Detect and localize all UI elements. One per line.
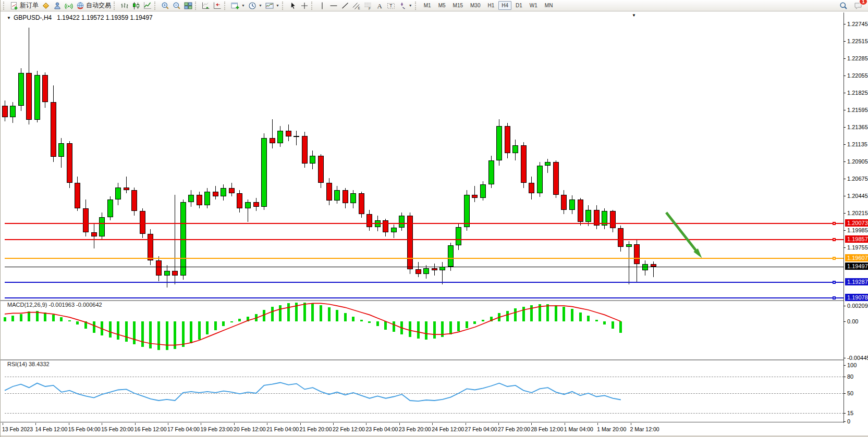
candle [26, 73, 32, 120]
time-axis-tick [498, 423, 499, 425]
timeframe-w1[interactable]: W1 [527, 1, 541, 10]
time-axis-label: 27 Feb 20:00 [498, 426, 530, 432]
horizontal-level-line[interactable] [5, 223, 843, 224]
timeframe-m15[interactable]: M15 [450, 1, 466, 10]
toolbar-button-news-feed[interactable] [63, 1, 75, 11]
toolbar-group-grip[interactable] [114, 2, 117, 10]
macd-histogram-bar [571, 309, 573, 321]
horizontal-level-line[interactable] [5, 239, 843, 240]
timeframe-d1[interactable]: D1 [512, 1, 525, 10]
toolbar-button-auto-scroll[interactable] [200, 1, 212, 11]
toolbar-button-tile-windows[interactable] [182, 1, 194, 11]
toolbar-button-search[interactable] [838, 1, 849, 11]
horizontal-level-line[interactable] [5, 297, 843, 298]
line-handle[interactable] [833, 257, 836, 260]
time-axis-label: 21 Feb 04:00 [266, 426, 299, 432]
price-axis-tick [843, 41, 846, 42]
price-axis-tick [843, 127, 846, 128]
macd-histogram-bar [11, 316, 14, 321]
toolbar-group-grip[interactable] [3, 2, 6, 10]
toolbar-group-grip[interactable] [195, 2, 198, 10]
toolbar-button-text-label-tool[interactable]: T [385, 1, 397, 11]
toolbar-group-grip[interactable] [282, 2, 285, 10]
line-handle[interactable] [833, 222, 836, 225]
timeframe-mn[interactable]: MN [542, 1, 556, 10]
chart-title: ▼GBPUSD-,H41.19422 1.19572 1.19359 1.194… [7, 14, 153, 21]
timeframe-m1[interactable]: M1 [421, 1, 434, 10]
line-handle[interactable] [833, 281, 836, 284]
globe-red-icon [76, 2, 84, 10]
toolbar-button-notifications[interactable]: 1 [852, 1, 864, 11]
toolbar-button-crosshair[interactable] [299, 1, 310, 11]
timeframe-m5[interactable]: M5 [435, 1, 449, 10]
toolbar-button-market[interactable] [40, 1, 52, 11]
toolbar-group-grip[interactable] [154, 2, 157, 10]
horizontal-level-line[interactable] [5, 258, 843, 259]
candle [545, 162, 551, 166]
toolbar-button-cursor[interactable] [287, 1, 299, 11]
price-axis-value: 1.21365 [847, 124, 868, 130]
toolbar-button-line-chart-mode[interactable] [142, 1, 153, 11]
time-axis-tick [35, 423, 36, 425]
candle [626, 244, 632, 247]
time-axis-label: 23 Feb 20:00 [399, 426, 431, 432]
gold-diamond-icon [42, 2, 50, 10]
time-axis-label: 22 Feb 12:00 [333, 426, 365, 432]
candle [359, 193, 364, 214]
chevron-down-icon: ▼ [241, 4, 245, 7]
price-axis-value: 1.22745 [847, 21, 868, 27]
toolbar-button-periods[interactable]: ▼ [247, 1, 264, 11]
toolbar-button-horizontal-line-tool[interactable] [328, 1, 339, 11]
tile-windows-icon [184, 2, 192, 10]
toolbar-button-fibonacci-tool[interactable]: F [362, 1, 374, 11]
line-handle[interactable] [833, 238, 836, 241]
candle-wick [296, 131, 297, 146]
horizontal-level-line[interactable] [5, 282, 843, 283]
chart-menu-icon[interactable]: ▼ [7, 16, 11, 20]
chevron-down-icon: ▼ [259, 4, 262, 7]
toolbar-button-trendline-tool[interactable] [339, 1, 351, 11]
macd-histogram-bar [336, 310, 338, 321]
candle [67, 143, 72, 183]
candle [512, 145, 518, 153]
crosshair-icon [300, 2, 309, 10]
candle-wick [474, 186, 475, 203]
separator-macd-rsi[interactable] [1, 359, 843, 360]
toolbar-button-auto-trading[interactable]: 自动交易 [75, 1, 113, 11]
toolbar-button-templates[interactable]: ▼ [264, 1, 281, 11]
toolbar-button-vertical-line-tool[interactable] [316, 1, 328, 11]
macd-histogram-bar [603, 321, 606, 324]
toolbar-button-arrows-tool[interactable]: ▼ [397, 1, 414, 11]
candle [343, 190, 348, 203]
toolbar-group-grip[interactable] [224, 2, 227, 10]
timeframe-m30[interactable]: M30 [467, 1, 483, 10]
price-level-label: 1.19078 [845, 294, 868, 301]
toolbar-group-grip[interactable] [415, 2, 418, 10]
toolbar-button-signals[interactable] [52, 1, 63, 11]
toolbar-button-candle-chart-mode[interactable] [130, 1, 142, 11]
toolbar-button-new-order[interactable]: 新订单 [8, 1, 40, 11]
price-axis-tick [843, 196, 846, 196]
toolbar-button-equidistant-channel-tool[interactable]: E [351, 1, 362, 11]
separator-price-macd[interactable] [1, 300, 843, 301]
toolbar-button-text-tool[interactable]: A [374, 1, 385, 11]
macd-histogram-bar [466, 321, 468, 328]
time-axis-tick [267, 423, 267, 425]
toolbar-button-zoom-in[interactable] [160, 1, 171, 11]
timeframe-h1[interactable]: H1 [484, 1, 497, 10]
toolbar-button-chart-shift[interactable] [212, 1, 223, 11]
chart-shift-marker-icon[interactable]: ▼ [632, 13, 636, 18]
svg-text:A: A [377, 2, 382, 10]
toolbar-group-grip[interactable] [311, 2, 314, 10]
toolbar-button-zoom-out[interactable] [171, 1, 182, 11]
timeframe-h4[interactable]: H4 [498, 1, 511, 10]
time-axis-tick [631, 423, 631, 425]
time-axis-label: 28 Feb 12:00 [531, 426, 563, 432]
price-level-label: 1.19857 [845, 235, 868, 243]
line-handle[interactable] [833, 296, 836, 299]
time-axis-tick [102, 423, 102, 425]
toolbar-button-bar-chart-mode[interactable] [119, 1, 130, 11]
macd-pane[interactable] [5, 302, 843, 359]
toolbar-button-new-chart[interactable]: ▼ [229, 1, 247, 11]
price-pane[interactable] [5, 13, 843, 300]
